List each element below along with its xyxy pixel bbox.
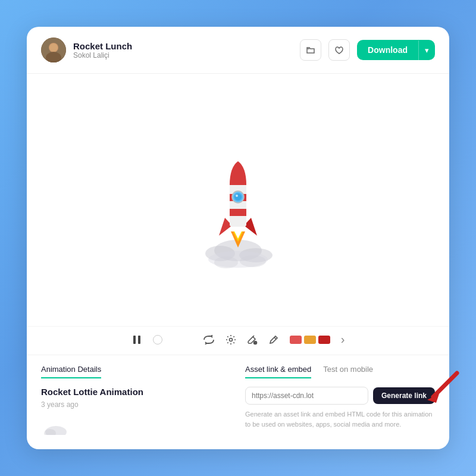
asset-description: Generate an asset link and embed HTML co…	[245, 409, 435, 429]
header-right: Download ▾	[300, 39, 435, 61]
svg-point-17	[236, 195, 238, 197]
asset-tabs: Asset link & embed Test on mobile	[245, 365, 435, 378]
main-card: Rocket Lunch Sokol Laliçi Download ▾	[27, 27, 449, 449]
svg-line-24	[274, 337, 276, 339]
color-dot-darkred	[318, 336, 330, 344]
tab-asset-link[interactable]: Asset link & embed	[245, 365, 311, 378]
generate-link-button[interactable]: Generate link	[373, 387, 435, 404]
edit-button[interactable]	[268, 334, 279, 345]
animation-details: Animation Details Rocket Lottie Animatio…	[41, 365, 231, 437]
svg-line-23	[253, 336, 254, 337]
color-strip[interactable]	[290, 336, 330, 344]
animation-title: Rocket Lottie Animation	[41, 387, 231, 397]
animation-time: 3 years ago	[41, 400, 231, 409]
author-info: Rocket Lunch Sokol Laliçi	[73, 41, 132, 60]
color-dot-orange	[304, 336, 316, 344]
link-embed-area: Generate link	[245, 387, 435, 405]
svg-point-22	[253, 341, 256, 344]
controls-bar: ›	[27, 326, 449, 355]
rocket-illustration	[184, 134, 292, 265]
download-button[interactable]: Download ▾	[357, 40, 435, 60]
like-button[interactable]	[328, 39, 350, 61]
animation-tabs: Animation Details	[41, 365, 231, 378]
asset-section: Asset link & embed Test on mobile Genera…	[245, 365, 435, 437]
tab-test-mobile[interactable]: Test on mobile	[323, 365, 373, 378]
download-arrow-icon: ▾	[418, 40, 435, 60]
svg-rect-12	[230, 209, 246, 216]
svg-point-3	[49, 43, 58, 52]
svg-point-9	[240, 255, 266, 267]
folder-button[interactable]	[300, 39, 321, 61]
svg-point-16	[234, 193, 242, 201]
loop-button[interactable]	[203, 335, 215, 345]
avatar	[41, 37, 66, 62]
next-button[interactable]: ›	[341, 333, 345, 346]
tab-animation-details[interactable]: Animation Details	[41, 365, 101, 378]
header-left: Rocket Lunch Sokol Laliçi	[41, 37, 132, 62]
svg-rect-20	[138, 336, 140, 344]
pause-button[interactable]	[131, 334, 142, 345]
svg-point-8	[214, 256, 238, 268]
header: Rocket Lunch Sokol Laliçi Download ▾	[27, 27, 449, 74]
url-input[interactable]	[245, 387, 368, 405]
animation-area	[27, 74, 449, 326]
svg-rect-19	[133, 336, 136, 344]
download-label: Download	[357, 40, 418, 60]
color-dot-red	[290, 336, 302, 344]
author-name: Rocket Lunch	[73, 41, 132, 51]
author-handle: Sokol Laliçi	[73, 51, 132, 60]
progress-circle	[153, 335, 162, 345]
bottom-section: Animation Details Rocket Lottie Animatio…	[27, 355, 449, 449]
paint-button[interactable]	[247, 334, 258, 345]
settings-button[interactable]	[226, 334, 236, 345]
svg-point-21	[229, 338, 232, 341]
